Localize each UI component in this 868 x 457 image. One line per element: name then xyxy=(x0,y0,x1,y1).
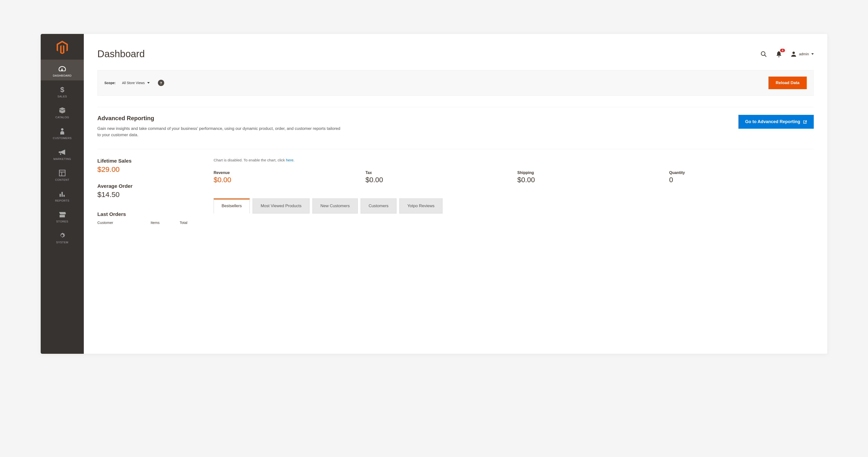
last-orders-title: Last Orders xyxy=(97,211,199,217)
sidebar-item-label: CONTENT xyxy=(55,178,69,181)
revenue-label: Revenue xyxy=(214,171,358,175)
sidebar-item-label: REPORTS xyxy=(55,199,69,202)
col-items: Items xyxy=(151,220,180,224)
sidebar-item-customers[interactable]: CUSTOMERS xyxy=(41,122,84,143)
svg-line-9 xyxy=(765,55,766,57)
advanced-reporting-title: Advanced Reporting xyxy=(97,115,729,122)
page-title: Dashboard xyxy=(97,49,760,59)
tax-value: $0.00 xyxy=(366,176,510,184)
reload-data-button[interactable]: Reload Data xyxy=(769,77,807,89)
dashboard-icon xyxy=(57,64,67,74)
quantity-metric: Quantity 0 xyxy=(669,171,814,184)
go-to-advanced-reporting-button[interactable]: Go to Advanced Reporting xyxy=(738,115,814,129)
caret-down-icon xyxy=(811,53,814,55)
revenue-metric: Revenue $0.00 xyxy=(214,171,358,184)
chart-disabled-prefix: Chart is disabled. To enable the chart, … xyxy=(214,158,286,162)
stats-section: Lifetime Sales $29.00 Average Order $14.… xyxy=(97,158,814,224)
advanced-reporting-desc: Gain new insights and take command of yo… xyxy=(97,125,344,139)
col-total: Total xyxy=(180,220,187,224)
lifetime-sales-value: $29.00 xyxy=(97,165,199,174)
average-order-value: $14.50 xyxy=(97,190,199,199)
magento-logo-icon[interactable] xyxy=(41,34,84,60)
tab-customers[interactable]: Customers xyxy=(361,199,397,213)
advanced-reporting-section: Advanced Reporting Gain new insights and… xyxy=(97,115,814,149)
help-icon[interactable]: ? xyxy=(158,80,164,86)
tax-metric: Tax $0.00 xyxy=(366,171,510,184)
page-header: Dashboard 4 admin xyxy=(84,34,827,66)
average-order-block: Average Order $14.50 xyxy=(97,183,199,199)
lifetime-sales-label: Lifetime Sales xyxy=(97,158,199,164)
metric-row: Revenue $0.00 Tax $0.00 Shipping $0.00 xyxy=(214,171,814,184)
chart-disabled-message: Chart is disabled. To enable the chart, … xyxy=(214,158,814,162)
scope-label: Scope: xyxy=(104,81,116,85)
box-icon xyxy=(57,105,67,115)
sidebar-item-label: DASHBOARD xyxy=(53,74,71,77)
user-menu[interactable]: admin xyxy=(791,51,814,57)
tax-label: Tax xyxy=(366,171,510,175)
svg-point-10 xyxy=(793,52,795,54)
sidebar-item-system[interactable]: SYSTEM xyxy=(41,226,84,247)
svg-point-1 xyxy=(61,128,63,131)
search-icon[interactable] xyxy=(760,51,767,57)
scope-selected: All Store Views xyxy=(122,81,145,85)
tab-new-customers[interactable]: New Customers xyxy=(312,199,358,213)
app-frame: DASHBOARD $ SALES CATALOG CUSTOMERS MARK… xyxy=(41,34,827,354)
layout-icon xyxy=(57,168,67,178)
sidebar-item-label: CUSTOMERS xyxy=(53,137,72,140)
main-content: Dashboard 4 admin Scope: All Store V xyxy=(84,34,827,354)
sidebar-item-reports[interactable]: REPORTS xyxy=(41,185,84,206)
shipping-value: $0.00 xyxy=(517,176,662,184)
user-label: admin xyxy=(799,52,809,56)
gear-icon xyxy=(57,231,67,240)
revenue-value: $0.00 xyxy=(214,176,358,184)
megaphone-icon xyxy=(57,147,67,157)
notifications-icon[interactable]: 4 xyxy=(776,51,782,57)
scope-bar: Scope: All Store Views ? Reload Data xyxy=(97,70,814,96)
header-actions: 4 admin xyxy=(760,51,814,57)
svg-rect-6 xyxy=(62,192,63,197)
tab-bestsellers[interactable]: Bestsellers xyxy=(214,199,250,213)
sidebar-item-sales[interactable]: $ SALES xyxy=(41,81,84,101)
sidebar-item-catalog[interactable]: CATALOG xyxy=(41,101,84,122)
sidebar-item-label: CATALOG xyxy=(56,116,69,119)
enable-chart-link[interactable]: here xyxy=(286,158,293,162)
user-icon xyxy=(791,51,797,57)
quantity-value: 0 xyxy=(669,176,814,184)
caret-down-icon xyxy=(147,82,150,84)
svg-rect-7 xyxy=(63,195,65,197)
sidebar-item-stores[interactable]: STORES xyxy=(41,206,84,226)
scope-select[interactable]: All Store Views xyxy=(122,81,150,85)
svg-point-8 xyxy=(761,52,765,56)
svg-text:$: $ xyxy=(60,86,64,94)
last-orders-header: Customer Items Total xyxy=(97,220,199,224)
notification-badge: 4 xyxy=(780,49,785,52)
tab-most-viewed-products[interactable]: Most Viewed Products xyxy=(253,199,310,213)
sidebar: DASHBOARD $ SALES CATALOG CUSTOMERS MARK… xyxy=(41,34,84,354)
chart-disabled-suffix: . xyxy=(293,158,294,162)
sidebar-item-label: STORES xyxy=(56,220,68,223)
sidebar-item-dashboard[interactable]: DASHBOARD xyxy=(41,60,84,81)
quantity-label: Quantity xyxy=(669,171,814,175)
sidebar-item-label: SALES xyxy=(57,95,67,98)
sidebar-item-label: SYSTEM xyxy=(56,241,68,244)
storefront-icon xyxy=(57,210,67,219)
tab-yotpo-reviews[interactable]: Yotpo Reviews xyxy=(399,199,442,213)
sidebar-item-marketing[interactable]: MARKETING xyxy=(41,143,84,164)
person-icon xyxy=(57,126,67,136)
tabs-row: Bestsellers Most Viewed Products New Cus… xyxy=(214,199,814,213)
svg-rect-5 xyxy=(60,194,61,197)
shipping-label: Shipping xyxy=(517,171,662,175)
lifetime-sales-block: Lifetime Sales $29.00 xyxy=(97,158,199,174)
sidebar-item-content[interactable]: CONTENT xyxy=(41,164,84,185)
shipping-metric: Shipping $0.00 xyxy=(517,171,662,184)
stats-right: Chart is disabled. To enable the chart, … xyxy=(214,158,814,224)
svg-rect-2 xyxy=(59,170,65,176)
external-link-icon xyxy=(803,120,807,124)
stats-left: Lifetime Sales $29.00 Average Order $14.… xyxy=(97,158,199,224)
bars-icon xyxy=(57,189,67,199)
col-customer: Customer xyxy=(97,220,151,224)
dollar-icon: $ xyxy=(57,85,67,94)
content-area: Advanced Reporting Gain new insights and… xyxy=(84,96,827,224)
divider xyxy=(97,107,814,107)
sidebar-item-label: MARKETING xyxy=(54,157,71,160)
